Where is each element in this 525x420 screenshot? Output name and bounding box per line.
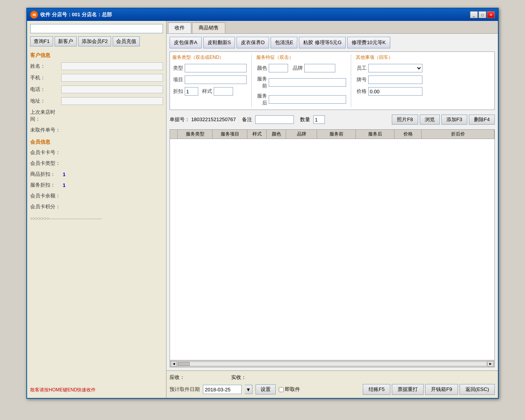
employee-label: 员工 (356, 65, 367, 72)
card-balance-row: 会员卡余额： (30, 192, 163, 199)
discount-input[interactable] (185, 87, 198, 96)
tab-bar: 收件 商品销售 (166, 21, 498, 34)
pickup-date-input[interactable] (203, 385, 242, 394)
left-panel: 查询F1 新客户 添加会员F2 会员充值 客户信息 姓名： 手机： 电话： 地址… (27, 21, 166, 398)
right-panel: 收件 商品销售 皮包保养A 皮鞋翻新S 皮衣保养D 包清洗E 粘胶 修理等5元G… (166, 21, 498, 398)
browse-button[interactable]: 浏览 (420, 115, 440, 125)
th-discounted-price: 折后价 (422, 130, 494, 139)
pending-orders-field-row: 未取件单号： (30, 127, 163, 134)
new-customer-button[interactable]: 新客户 (55, 36, 77, 46)
scroll-right-button[interactable]: ► (487, 361, 494, 367)
query-f1-button[interactable]: 查询F1 (30, 36, 53, 46)
shoe-renew-button[interactable]: 皮鞋翻新S (203, 37, 235, 48)
type-label: 类型 (172, 65, 183, 72)
form-sections: 服务类型（双击或END） 类型 项目 折扣 样式 (170, 51, 495, 110)
scroll-track[interactable] (178, 362, 487, 366)
date-dropdown-button[interactable]: ▼ (245, 385, 252, 394)
reprint-button[interactable]: 票据重打 (392, 384, 424, 395)
section-divider-2 (351, 54, 351, 107)
style-input[interactable] (214, 87, 233, 96)
leather-care-button[interactable]: 皮衣保养D (237, 37, 269, 48)
type-row: 类型 (172, 64, 247, 72)
search-input[interactable] (30, 24, 163, 33)
add-member-button[interactable]: 添加会员F2 (78, 36, 111, 46)
goods-discount-label: 商品折扣： (30, 171, 61, 178)
immediate-pickup-label: 即取件 (279, 386, 300, 393)
employee-select[interactable] (368, 64, 422, 72)
photo-f8-button[interactable]: 照片F8 (392, 115, 418, 125)
order-action-buttons: 照片F8 浏览 添加F3 删除F4 (392, 115, 495, 125)
checkout-f5-button[interactable]: 结账F5 (363, 384, 390, 395)
pending-orders-label: 未取件单号： (30, 127, 61, 134)
address-value (61, 97, 163, 105)
service-buttons-row: 皮包保养A 皮鞋翻新S 皮衣保养D 包清洗E 粘胶 修理等5元G 修理费10元等… (170, 37, 495, 48)
window-controls: _ □ ✕ (470, 11, 495, 18)
immediate-pickup-checkbox[interactable] (279, 387, 284, 392)
single-no-value: 1803221521250767 (191, 117, 236, 122)
service-feature-section: 服务特征（双击） 颜色 品牌 服务前 服务后 (256, 54, 346, 107)
table-body (170, 139, 494, 360)
order-number-label: 单据号： 1803221521250767 (170, 116, 236, 123)
after-row: 服务后 (256, 93, 346, 106)
charge-label: 应收： (170, 374, 185, 381)
minimize-button[interactable]: _ (470, 11, 478, 18)
before-input[interactable] (269, 78, 346, 87)
bag-wash-button[interactable]: 包清洗E (271, 37, 298, 48)
bag-care-button[interactable]: 皮包保养A (170, 37, 202, 48)
item-input[interactable] (185, 75, 247, 84)
scroll-left-button[interactable]: ◄ (171, 361, 177, 367)
color-brand-row: 颜色 品牌 (256, 64, 346, 72)
repair-5-button[interactable]: 粘胶 修理等5元G (299, 37, 346, 48)
service-discount-row: 服务折扣： 1 (30, 182, 163, 189)
price-input[interactable] (368, 87, 422, 96)
delete-f4-button[interactable]: 删除F4 (469, 115, 495, 125)
card-type-label: 会员卡类型： (30, 160, 61, 167)
service-type-section: 服务类型（双击或END） 类型 项目 折扣 样式 (172, 54, 247, 107)
service-discount-value: 1 (63, 182, 65, 188)
horizontal-scrollbar[interactable]: ◄ ► (170, 360, 494, 367)
checkout-buttons: 结账F5 票据重打 开钱箱F9 返回(ESC) (363, 384, 495, 395)
name-label: 姓名： (30, 63, 61, 70)
add-f3-button[interactable]: 添加F3 (441, 115, 467, 125)
right-content-area: 皮包保养A 皮鞋翻新S 皮衣保养D 包清洗E 粘胶 修理等5元G 修理费10元等… (166, 34, 498, 370)
close-button[interactable]: ✕ (487, 11, 495, 18)
mobile-value (61, 74, 163, 82)
maximize-button[interactable]: □ (479, 11, 486, 18)
employee-row: 员工 (356, 64, 422, 72)
other-title: 其他事项（回车） (356, 54, 422, 61)
mobile-field-row: 手机： (30, 74, 163, 82)
section-divider-1 (251, 54, 252, 107)
type-input[interactable] (185, 64, 247, 72)
note-input[interactable] (255, 115, 294, 124)
brand-input[interactable] (304, 64, 335, 72)
qty-label: 数量 (300, 116, 310, 123)
tab-goods-sale[interactable]: 商品销售 (192, 22, 225, 33)
immediate-pickup-text: 即取件 (285, 386, 300, 393)
after-label: 服务后 (256, 93, 267, 106)
member-recharge-button[interactable]: 会员充值 (113, 36, 140, 46)
setup-button[interactable]: 设置 (256, 384, 276, 394)
last-visit-field-row: 上次来店时间： (30, 109, 163, 123)
before-row: 服务前 (256, 75, 346, 89)
color-input[interactable] (269, 64, 288, 72)
qty-input[interactable] (313, 115, 325, 124)
repair-10-button[interactable]: 修理费10元等K (347, 37, 390, 48)
window-title: 收件 分店号：001 分店名：总部 (40, 11, 112, 18)
th-price: 价格 (395, 130, 422, 139)
th-service-type: 服务类型 (178, 130, 213, 139)
card-balance-label: 会员卡余额： (30, 192, 61, 199)
tag-input[interactable] (368, 75, 422, 84)
price-label: 价格 (356, 88, 367, 95)
th-before: 服务前 (317, 130, 356, 139)
scroll-thumb[interactable] (178, 362, 190, 366)
color-label: 颜色 (256, 65, 267, 72)
return-esc-button[interactable]: 返回(ESC) (460, 384, 495, 395)
name-value (61, 62, 163, 70)
tab-receive[interactable]: 收件 (168, 22, 191, 33)
service-type-title: 服务类型（双击或END） (172, 54, 247, 61)
after-input[interactable] (269, 95, 346, 104)
card-no-label: 会员卡卡号： (30, 149, 61, 156)
price-row: 价格 (356, 87, 422, 96)
cash-drawer-f9-button[interactable]: 开钱箱F9 (425, 384, 458, 395)
name-field-row: 姓名： (30, 62, 163, 70)
